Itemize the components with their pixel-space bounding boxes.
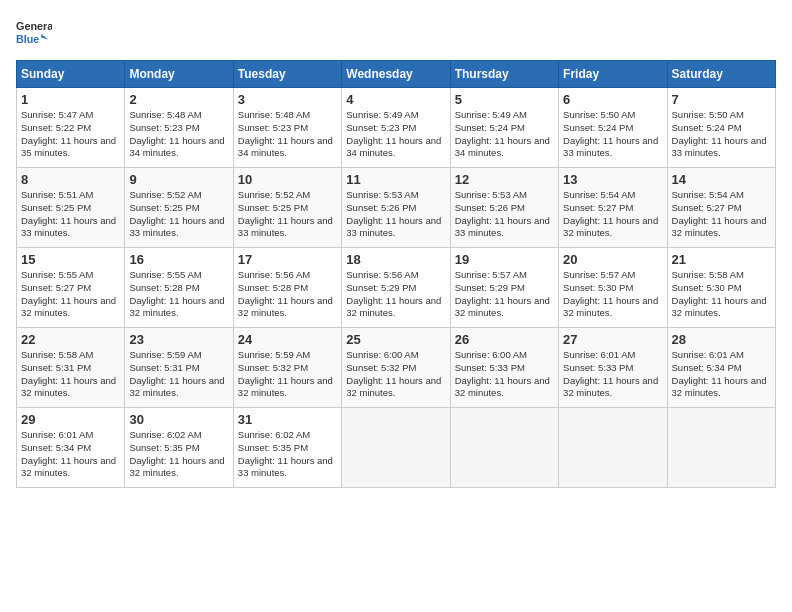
day-info: Sunrise: 5:57 AMSunset: 5:29 PMDaylight:… — [455, 269, 554, 320]
day-number: 9 — [129, 172, 228, 187]
day-number: 6 — [563, 92, 662, 107]
day-number: 16 — [129, 252, 228, 267]
day-number: 26 — [455, 332, 554, 347]
calendar-cell — [559, 408, 667, 488]
day-info: Sunrise: 5:57 AMSunset: 5:30 PMDaylight:… — [563, 269, 662, 320]
calendar-cell — [450, 408, 558, 488]
calendar-cell: 28Sunrise: 6:01 AMSunset: 5:34 PMDayligh… — [667, 328, 775, 408]
day-info: Sunrise: 5:52 AMSunset: 5:25 PMDaylight:… — [238, 189, 337, 240]
header: GeneralBlue — [16, 16, 776, 52]
calendar-table: SundayMondayTuesdayWednesdayThursdayFrid… — [16, 60, 776, 488]
calendar-cell: 20Sunrise: 5:57 AMSunset: 5:30 PMDayligh… — [559, 248, 667, 328]
day-info: Sunrise: 5:50 AMSunset: 5:24 PMDaylight:… — [672, 109, 771, 160]
day-info: Sunrise: 5:58 AMSunset: 5:30 PMDaylight:… — [672, 269, 771, 320]
calendar-cell: 9Sunrise: 5:52 AMSunset: 5:25 PMDaylight… — [125, 168, 233, 248]
day-number: 17 — [238, 252, 337, 267]
calendar-row: 15Sunrise: 5:55 AMSunset: 5:27 PMDayligh… — [17, 248, 776, 328]
calendar-cell: 29Sunrise: 6:01 AMSunset: 5:34 PMDayligh… — [17, 408, 125, 488]
day-number: 18 — [346, 252, 445, 267]
day-number: 2 — [129, 92, 228, 107]
calendar-cell: 15Sunrise: 5:55 AMSunset: 5:27 PMDayligh… — [17, 248, 125, 328]
day-info: Sunrise: 5:53 AMSunset: 5:26 PMDaylight:… — [346, 189, 445, 240]
logo: GeneralBlue — [16, 16, 52, 52]
day-info: Sunrise: 5:55 AMSunset: 5:28 PMDaylight:… — [129, 269, 228, 320]
calendar-row: 22Sunrise: 5:58 AMSunset: 5:31 PMDayligh… — [17, 328, 776, 408]
day-info: Sunrise: 5:56 AMSunset: 5:28 PMDaylight:… — [238, 269, 337, 320]
day-number: 19 — [455, 252, 554, 267]
day-info: Sunrise: 5:48 AMSunset: 5:23 PMDaylight:… — [129, 109, 228, 160]
calendar-cell: 12Sunrise: 5:53 AMSunset: 5:26 PMDayligh… — [450, 168, 558, 248]
day-number: 10 — [238, 172, 337, 187]
calendar-cell: 7Sunrise: 5:50 AMSunset: 5:24 PMDaylight… — [667, 88, 775, 168]
day-number: 30 — [129, 412, 228, 427]
day-info: Sunrise: 6:00 AMSunset: 5:32 PMDaylight:… — [346, 349, 445, 400]
calendar-cell: 31Sunrise: 6:02 AMSunset: 5:35 PMDayligh… — [233, 408, 341, 488]
day-header-tuesday: Tuesday — [233, 61, 341, 88]
header-row: SundayMondayTuesdayWednesdayThursdayFrid… — [17, 61, 776, 88]
day-info: Sunrise: 5:49 AMSunset: 5:24 PMDaylight:… — [455, 109, 554, 160]
day-info: Sunrise: 5:47 AMSunset: 5:22 PMDaylight:… — [21, 109, 120, 160]
calendar-cell: 16Sunrise: 5:55 AMSunset: 5:28 PMDayligh… — [125, 248, 233, 328]
day-number: 14 — [672, 172, 771, 187]
day-number: 21 — [672, 252, 771, 267]
day-header-wednesday: Wednesday — [342, 61, 450, 88]
day-number: 7 — [672, 92, 771, 107]
calendar-cell: 25Sunrise: 6:00 AMSunset: 5:32 PMDayligh… — [342, 328, 450, 408]
svg-marker-2 — [41, 34, 48, 39]
day-number: 25 — [346, 332, 445, 347]
day-info: Sunrise: 5:58 AMSunset: 5:31 PMDaylight:… — [21, 349, 120, 400]
day-number: 3 — [238, 92, 337, 107]
calendar-cell: 5Sunrise: 5:49 AMSunset: 5:24 PMDaylight… — [450, 88, 558, 168]
day-info: Sunrise: 5:59 AMSunset: 5:32 PMDaylight:… — [238, 349, 337, 400]
calendar-cell: 4Sunrise: 5:49 AMSunset: 5:23 PMDaylight… — [342, 88, 450, 168]
calendar-cell: 6Sunrise: 5:50 AMSunset: 5:24 PMDaylight… — [559, 88, 667, 168]
day-number: 4 — [346, 92, 445, 107]
calendar-cell: 2Sunrise: 5:48 AMSunset: 5:23 PMDaylight… — [125, 88, 233, 168]
day-number: 13 — [563, 172, 662, 187]
day-number: 15 — [21, 252, 120, 267]
day-number: 5 — [455, 92, 554, 107]
calendar-cell: 14Sunrise: 5:54 AMSunset: 5:27 PMDayligh… — [667, 168, 775, 248]
day-info: Sunrise: 5:53 AMSunset: 5:26 PMDaylight:… — [455, 189, 554, 240]
day-number: 20 — [563, 252, 662, 267]
day-number: 31 — [238, 412, 337, 427]
day-number: 11 — [346, 172, 445, 187]
calendar-cell: 17Sunrise: 5:56 AMSunset: 5:28 PMDayligh… — [233, 248, 341, 328]
logo-icon: GeneralBlue — [16, 16, 52, 52]
svg-text:Blue: Blue — [16, 33, 39, 45]
calendar-cell: 19Sunrise: 5:57 AMSunset: 5:29 PMDayligh… — [450, 248, 558, 328]
calendar-cell: 21Sunrise: 5:58 AMSunset: 5:30 PMDayligh… — [667, 248, 775, 328]
day-number: 29 — [21, 412, 120, 427]
calendar-cell: 26Sunrise: 6:00 AMSunset: 5:33 PMDayligh… — [450, 328, 558, 408]
day-number: 27 — [563, 332, 662, 347]
day-info: Sunrise: 5:50 AMSunset: 5:24 PMDaylight:… — [563, 109, 662, 160]
day-info: Sunrise: 6:01 AMSunset: 5:33 PMDaylight:… — [563, 349, 662, 400]
calendar-cell — [342, 408, 450, 488]
day-number: 24 — [238, 332, 337, 347]
day-info: Sunrise: 6:01 AMSunset: 5:34 PMDaylight:… — [672, 349, 771, 400]
day-info: Sunrise: 5:48 AMSunset: 5:23 PMDaylight:… — [238, 109, 337, 160]
day-info: Sunrise: 5:54 AMSunset: 5:27 PMDaylight:… — [672, 189, 771, 240]
calendar-cell: 22Sunrise: 5:58 AMSunset: 5:31 PMDayligh… — [17, 328, 125, 408]
calendar-cell: 24Sunrise: 5:59 AMSunset: 5:32 PMDayligh… — [233, 328, 341, 408]
day-info: Sunrise: 5:59 AMSunset: 5:31 PMDaylight:… — [129, 349, 228, 400]
calendar-cell: 30Sunrise: 6:02 AMSunset: 5:35 PMDayligh… — [125, 408, 233, 488]
day-header-monday: Monday — [125, 61, 233, 88]
calendar-cell: 18Sunrise: 5:56 AMSunset: 5:29 PMDayligh… — [342, 248, 450, 328]
day-info: Sunrise: 5:54 AMSunset: 5:27 PMDaylight:… — [563, 189, 662, 240]
calendar-row: 29Sunrise: 6:01 AMSunset: 5:34 PMDayligh… — [17, 408, 776, 488]
calendar-cell: 8Sunrise: 5:51 AMSunset: 5:25 PMDaylight… — [17, 168, 125, 248]
day-header-sunday: Sunday — [17, 61, 125, 88]
day-info: Sunrise: 5:56 AMSunset: 5:29 PMDaylight:… — [346, 269, 445, 320]
day-info: Sunrise: 5:52 AMSunset: 5:25 PMDaylight:… — [129, 189, 228, 240]
calendar-row: 8Sunrise: 5:51 AMSunset: 5:25 PMDaylight… — [17, 168, 776, 248]
day-info: Sunrise: 5:49 AMSunset: 5:23 PMDaylight:… — [346, 109, 445, 160]
day-info: Sunrise: 6:02 AMSunset: 5:35 PMDaylight:… — [238, 429, 337, 480]
day-number: 28 — [672, 332, 771, 347]
day-number: 23 — [129, 332, 228, 347]
day-number: 12 — [455, 172, 554, 187]
calendar-cell: 11Sunrise: 5:53 AMSunset: 5:26 PMDayligh… — [342, 168, 450, 248]
calendar-cell: 23Sunrise: 5:59 AMSunset: 5:31 PMDayligh… — [125, 328, 233, 408]
day-info: Sunrise: 5:51 AMSunset: 5:25 PMDaylight:… — [21, 189, 120, 240]
calendar-cell — [667, 408, 775, 488]
